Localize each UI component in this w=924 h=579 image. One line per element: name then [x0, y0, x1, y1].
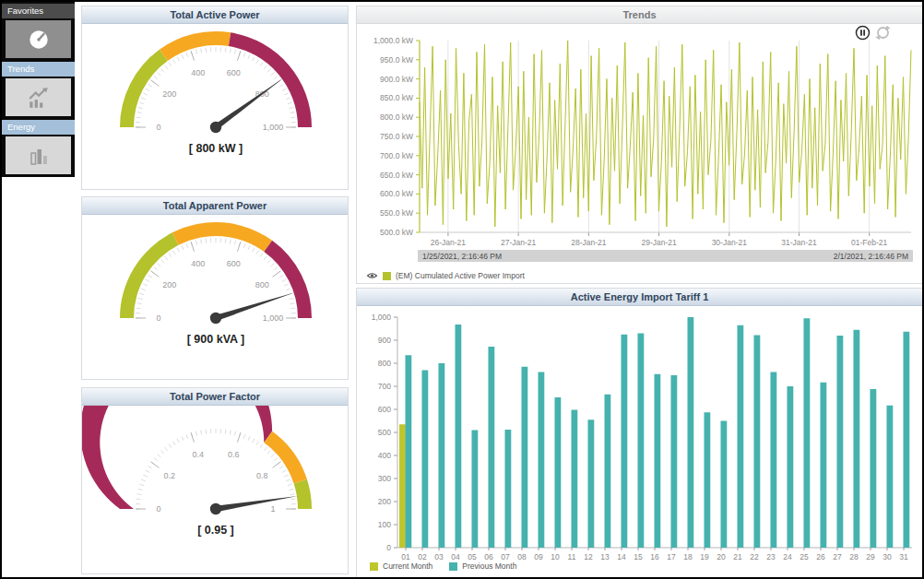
svg-text:0: 0 [156, 504, 160, 514]
svg-text:850.0 kW: 850.0 kW [380, 93, 413, 102]
svg-text:22: 22 [750, 552, 759, 561]
svg-text:13: 13 [600, 552, 610, 561]
svg-text:0: 0 [156, 123, 160, 132]
svg-text:700: 700 [378, 382, 391, 391]
svg-text:29-Jan-21: 29-Jan-21 [641, 238, 677, 247]
sidebar-item-favorites-header[interactable]: Favorites [2, 4, 75, 18]
svg-text:21: 21 [733, 552, 742, 561]
svg-text:0.6: 0.6 [228, 450, 240, 459]
svg-text:27-Jan-21: 27-Jan-21 [501, 238, 537, 247]
svg-text:31-Jan-21: 31-Jan-21 [781, 238, 817, 247]
svg-text:950.0 kW: 950.0 kW [380, 55, 413, 65]
trend-icon [27, 87, 51, 109]
svg-text:200: 200 [378, 497, 391, 506]
svg-text:800.0 kW: 800.0 kW [380, 112, 413, 122]
app-window: Favorites Trends Energy [0, 0, 924, 579]
gauge-icon [25, 28, 53, 52]
legend-previous-month[interactable]: Previous Month [449, 561, 516, 571]
trends-chart[interactable]: 26-Jan-2127-Jan-2128-Jan-2129-Jan-2130-J… [357, 24, 922, 254]
current-month-label: Current Month [383, 561, 432, 571]
trends-toolbar [855, 25, 891, 41]
trends-legend-item[interactable]: (EM) Cumulated Active Power Import [366, 271, 525, 280]
pause-icon[interactable] [855, 25, 871, 41]
sidebar: Favorites Trends Energy [2, 2, 75, 177]
svg-text:100: 100 [378, 520, 391, 529]
trends-legend-swatch [383, 272, 391, 280]
svg-text:0: 0 [156, 313, 160, 323]
gauge-total-power-factor: 00.20.40.60.81[ 0.95 ] [82, 406, 349, 546]
visibility-eye-icon[interactable] [366, 271, 378, 280]
panel-total-active-power: Total Active Power 02004006008001,000[ 8… [81, 6, 349, 190]
svg-text:20: 20 [717, 552, 726, 561]
legend-current-month[interactable]: Current Month [370, 561, 432, 571]
svg-text:02: 02 [418, 552, 427, 561]
svg-text:16: 16 [650, 552, 659, 561]
svg-text:17: 17 [667, 552, 676, 561]
svg-text:0: 0 [386, 543, 391, 552]
sidebar-item-trends-header[interactable]: Trends [2, 62, 75, 77]
svg-text:03: 03 [434, 552, 444, 561]
svg-text:[ 0.95 ]: [ 0.95 ] [197, 524, 234, 537]
svg-text:01-Feb-21: 01-Feb-21 [851, 238, 887, 247]
svg-text:1,000.0 kW: 1,000.0 kW [373, 36, 413, 45]
svg-text:900.0 kW: 900.0 kW [380, 75, 413, 84]
panel-title-trends: Trends [357, 6, 922, 24]
gauge-total-active-power: 02004006008001,000[ 800 kW ] [82, 24, 349, 164]
svg-text:1,000: 1,000 [263, 123, 284, 132]
svg-text:23: 23 [766, 552, 776, 561]
svg-text:0.2: 0.2 [164, 471, 176, 480]
svg-text:06: 06 [484, 552, 493, 561]
sidebar-item-energy-header[interactable]: Energy [2, 120, 75, 135]
svg-text:04: 04 [451, 552, 460, 561]
svg-text:15: 15 [634, 552, 643, 561]
svg-text:200: 200 [162, 89, 176, 99]
svg-text:1,000: 1,000 [372, 313, 392, 322]
svg-text:700.0 kW: 700.0 kW [380, 151, 413, 160]
svg-text:400: 400 [191, 68, 205, 77]
svg-text:30-Jan-21: 30-Jan-21 [712, 238, 748, 247]
energy-bar-chart[interactable]: 01002003004005006007008009001,0000102030… [357, 306, 922, 566]
range-start-label: 1/25/2021, 2:16:46 PM [422, 252, 502, 261]
previous-month-swatch [449, 562, 457, 571]
gauge-total-apparent-power: 02004006008001,000[ 900 kVA ] [82, 215, 349, 355]
previous-month-label: Previous Month [462, 561, 516, 571]
svg-text:28-Jan-21: 28-Jan-21 [571, 238, 607, 247]
svg-text:31: 31 [899, 552, 908, 561]
svg-text:600: 600 [227, 68, 241, 77]
svg-text:800: 800 [255, 280, 269, 290]
svg-text:0.8: 0.8 [256, 471, 268, 480]
svg-text:11: 11 [568, 552, 576, 561]
svg-text:26: 26 [816, 552, 825, 561]
svg-text:650.0 kW: 650.0 kW [380, 171, 413, 180]
svg-text:28: 28 [849, 552, 859, 561]
svg-text:0.4: 0.4 [193, 450, 205, 459]
svg-text:12: 12 [584, 552, 593, 561]
svg-text:550.0 kW: 550.0 kW [380, 208, 413, 218]
svg-text:01: 01 [401, 552, 410, 561]
refresh-icon[interactable] [875, 25, 891, 41]
range-end-label: 2/1/2021, 2:16:46 PM [834, 252, 908, 261]
svg-text:500: 500 [378, 428, 391, 437]
svg-text:10: 10 [551, 552, 560, 561]
panel-active-energy-import: Active Energy Import Tariff 1 0100200300… [356, 288, 923, 578]
sidebar-item-favorites[interactable] [6, 20, 71, 58]
svg-text:800: 800 [378, 359, 391, 368]
panel-title-active-energy-import: Active Energy Import Tariff 1 [357, 289, 922, 306]
current-month-swatch [370, 562, 378, 571]
svg-text:750.0 kW: 750.0 kW [380, 132, 413, 141]
svg-text:300: 300 [378, 474, 391, 483]
svg-text:18: 18 [683, 552, 693, 561]
svg-text:900: 900 [378, 336, 391, 345]
svg-text:07: 07 [501, 552, 510, 561]
svg-text:600: 600 [227, 259, 241, 268]
svg-text:[ 800 kW ]: [ 800 kW ] [189, 142, 243, 155]
time-range-scrollbar[interactable]: 1/25/2021, 2:16:46 PM 2/1/2021, 2:16:46 … [418, 250, 913, 262]
svg-text:1: 1 [270, 504, 275, 514]
svg-text:05: 05 [468, 552, 477, 561]
panel-trends: Trends 26-Jan-2127-Jan-2128-Jan-2129-Jan… [356, 6, 923, 284]
sidebar-item-trends[interactable] [6, 78, 71, 116]
sidebar-item-energy[interactable] [6, 136, 71, 174]
panel-title-total-apparent-power: Total Apparent Power [82, 197, 348, 215]
panel-title-total-power-factor: Total Power Factor [82, 388, 348, 406]
svg-text:600.0 kW: 600.0 kW [380, 189, 413, 198]
